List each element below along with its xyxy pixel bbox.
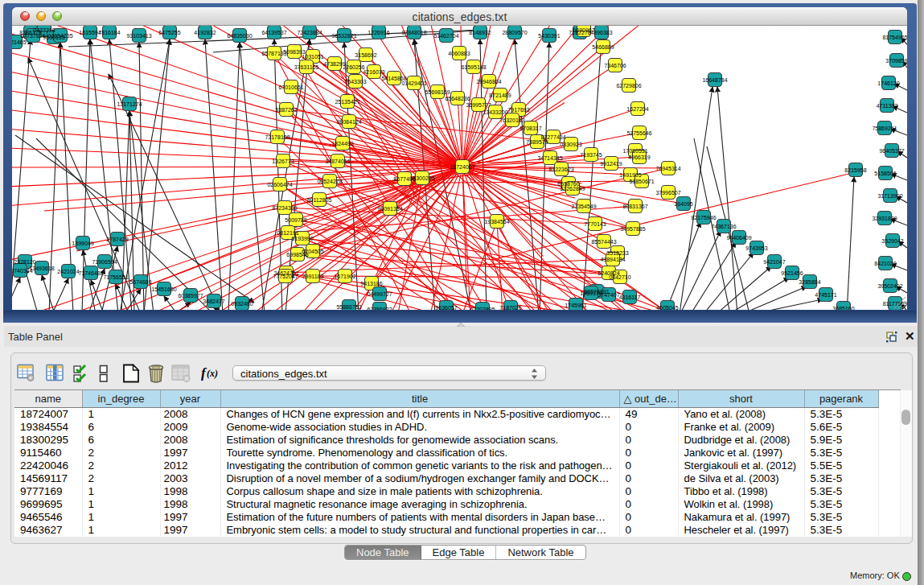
svg-text:3529042: 3529042 bbox=[881, 238, 903, 244]
svg-text:81754965: 81754965 bbox=[882, 35, 907, 40]
svg-text:64835030: 64835030 bbox=[227, 33, 252, 39]
svg-text:9743953: 9743953 bbox=[745, 245, 767, 251]
svg-text:3482477: 3482477 bbox=[203, 299, 224, 304]
svg-text:5009788: 5009788 bbox=[285, 217, 306, 223]
svg-text:0842710: 0842710 bbox=[609, 274, 630, 280]
svg-text:67737826: 67737826 bbox=[20, 33, 45, 39]
svg-text:51462704: 51462704 bbox=[433, 33, 458, 39]
svg-text:4192832: 4192832 bbox=[194, 30, 216, 35]
svg-text:9821465: 9821465 bbox=[12, 39, 27, 45]
svg-text:5674680: 5674680 bbox=[129, 279, 151, 285]
svg-text:71746488: 71746488 bbox=[78, 270, 103, 276]
svg-text:4711382: 4711382 bbox=[877, 103, 898, 109]
svg-text:(x): (x) bbox=[207, 368, 218, 379]
svg-text:1031051: 1031051 bbox=[302, 54, 323, 60]
svg-text:7187026: 7187026 bbox=[499, 305, 521, 310]
svg-text:8708317: 8708317 bbox=[519, 126, 541, 131]
svg-text:9912419: 9912419 bbox=[600, 161, 622, 167]
svg-text:9421047: 9421047 bbox=[763, 259, 785, 265]
svg-text:62702895: 62702895 bbox=[470, 307, 495, 310]
svg-text:16648784: 16648784 bbox=[702, 77, 727, 83]
svg-text:13433200: 13433200 bbox=[483, 109, 507, 115]
svg-text:9636057: 9636057 bbox=[435, 305, 457, 310]
svg-text:5466889: 5466889 bbox=[592, 44, 614, 50]
svg-text:1627204: 1627204 bbox=[626, 106, 648, 112]
svg-text:0932480: 0932480 bbox=[231, 301, 253, 307]
svg-text:7543303: 7543303 bbox=[344, 79, 366, 84]
svg-text:5430391: 5430391 bbox=[538, 33, 560, 39]
svg-text:7193745: 7193745 bbox=[580, 152, 602, 158]
svg-text:01429401: 01429401 bbox=[401, 80, 426, 86]
svg-text:8421020: 8421020 bbox=[874, 261, 896, 266]
svg-text:3747407: 3747407 bbox=[598, 292, 619, 298]
svg-text:71756551: 71756551 bbox=[103, 274, 128, 280]
svg-text:7816184: 7816184 bbox=[98, 30, 120, 35]
svg-text:3518233: 3518233 bbox=[606, 250, 628, 256]
svg-text:73178108: 73178108 bbox=[265, 134, 290, 140]
svg-text:62386922: 62386922 bbox=[367, 307, 392, 310]
svg-text:1745961: 1745961 bbox=[565, 303, 586, 308]
svg-text:76320163: 76320163 bbox=[499, 117, 524, 123]
svg-text:5158506: 5158506 bbox=[874, 171, 896, 176]
svg-text:81177589: 81177589 bbox=[883, 301, 907, 307]
svg-text:6475255: 6475255 bbox=[158, 30, 180, 35]
svg-text:3709859: 3709859 bbox=[885, 58, 907, 64]
svg-text:1326773: 1326773 bbox=[272, 159, 294, 164]
svg-text:34874016: 34874016 bbox=[325, 159, 350, 164]
svg-text:71906594: 71906594 bbox=[92, 259, 117, 265]
svg-text:1746120: 1746120 bbox=[877, 80, 899, 86]
svg-text:8721489: 8721489 bbox=[489, 93, 511, 98]
svg-text:1226916: 1226916 bbox=[368, 30, 389, 35]
svg-text:65648236: 65648236 bbox=[445, 96, 470, 101]
svg-text:75869261: 75869261 bbox=[872, 126, 897, 131]
svg-text:19384554: 19384554 bbox=[484, 219, 509, 225]
svg-text:60385977: 60385977 bbox=[178, 293, 203, 299]
svg-text:6204505: 6204505 bbox=[302, 249, 323, 254]
svg-text:00524278: 00524278 bbox=[317, 179, 342, 184]
svg-text:4060883: 4060883 bbox=[448, 51, 470, 56]
svg-text:37996507: 37996507 bbox=[655, 190, 680, 196]
svg-text:4316117: 4316117 bbox=[619, 295, 641, 300]
svg-text:72423884: 72423884 bbox=[297, 30, 322, 35]
svg-text:87277434: 87277434 bbox=[540, 134, 565, 140]
svg-text:31713900: 31713900 bbox=[877, 193, 902, 199]
svg-text:98084124: 98084124 bbox=[336, 119, 361, 125]
svg-text:28809570: 28809570 bbox=[502, 30, 527, 35]
svg-text:64139537: 64139537 bbox=[261, 30, 286, 35]
svg-text:96532871: 96532871 bbox=[331, 33, 356, 39]
svg-text:62729806: 62729806 bbox=[616, 83, 641, 89]
svg-text:82175946: 82175946 bbox=[691, 215, 716, 220]
svg-text:76945314: 76945314 bbox=[655, 166, 680, 171]
svg-text:1399049: 1399049 bbox=[72, 241, 93, 246]
svg-text:81223623: 81223623 bbox=[548, 167, 573, 172]
svg-text:61595148: 61595148 bbox=[461, 64, 486, 70]
svg-text:34714345: 34714345 bbox=[537, 155, 562, 161]
svg-text:9413186: 9413186 bbox=[360, 281, 382, 286]
svg-text:49894134: 49894134 bbox=[600, 257, 625, 262]
svg-text:13171274: 13171274 bbox=[117, 101, 142, 107]
svg-text:1491905: 1491905 bbox=[619, 172, 641, 178]
svg-text:0812191: 0812191 bbox=[277, 230, 298, 236]
svg-text:39502402: 39502402 bbox=[877, 283, 902, 289]
svg-text:93103413: 93103413 bbox=[126, 33, 151, 39]
svg-text:02606474: 02606474 bbox=[267, 182, 292, 187]
svg-text:6690967: 6690967 bbox=[573, 27, 594, 33]
svg-text:7346706: 7346706 bbox=[604, 63, 626, 68]
svg-text:29946804: 29946804 bbox=[476, 79, 501, 84]
svg-text:7991183: 7991183 bbox=[302, 274, 324, 279]
svg-text:37631165: 37631165 bbox=[294, 64, 319, 70]
svg-text:6193990: 6193990 bbox=[291, 236, 313, 241]
svg-text:3158692: 3158692 bbox=[355, 52, 376, 58]
svg-text:7917693: 7917693 bbox=[507, 107, 529, 113]
svg-text:4216073: 4216073 bbox=[363, 69, 384, 75]
svg-text:2787429: 2787429 bbox=[106, 237, 128, 242]
svg-text:74367136: 74367136 bbox=[711, 224, 736, 229]
svg-text:34957885: 34957885 bbox=[620, 226, 645, 232]
svg-text:57262849: 57262849 bbox=[560, 186, 585, 192]
svg-text:36995777: 36995777 bbox=[466, 102, 491, 108]
svg-text:1824493: 1824493 bbox=[331, 141, 353, 146]
svg-text:77752047: 77752047 bbox=[273, 274, 298, 279]
svg-text:4745171: 4745171 bbox=[815, 292, 836, 298]
svg-text:7889579: 7889579 bbox=[526, 139, 548, 145]
svg-text:67010651: 67010651 bbox=[278, 84, 303, 90]
